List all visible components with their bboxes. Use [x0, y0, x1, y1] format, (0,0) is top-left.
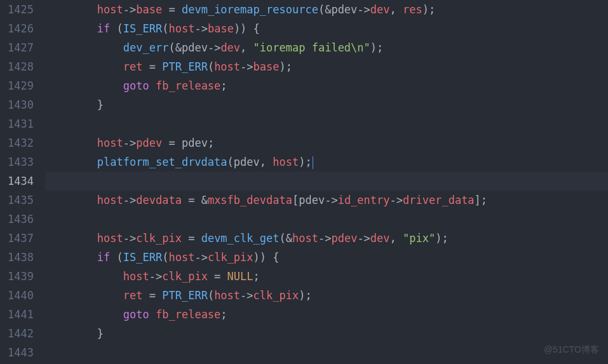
token-mem: base — [136, 3, 162, 16]
code-line[interactable]: ret = PTR_ERR(host->base); — [45, 57, 608, 76]
token-op: )) { — [253, 251, 280, 264]
token-var: host — [214, 60, 240, 73]
code-line[interactable]: host->devdata = &mxsfb_devdata[pdev->id_… — [45, 191, 608, 210]
code-line[interactable]: host->clk_pix = devm_clk_get(&host->pdev… — [45, 229, 608, 248]
token-mem: clk_pix — [162, 270, 208, 283]
line-number: 1436 — [8, 210, 34, 229]
token-op: = — [162, 137, 182, 149]
token-op: = — [143, 289, 163, 302]
code-line[interactable]: if (IS_ERR(host->clk_pix)) { — [45, 248, 608, 267]
token-op: , — [390, 3, 403, 16]
token-op: [ — [292, 194, 299, 206]
code-line[interactable] — [45, 343, 608, 362]
line-number: 1432 — [8, 133, 34, 152]
line-number-gutter: 1425142614271428142914301431143214331434… — [0, 0, 45, 364]
watermark-label: @51CTO博客 — [544, 340, 599, 359]
code-line[interactable] — [45, 210, 608, 229]
line-number: 1438 — [8, 248, 34, 267]
token-op: ; — [253, 270, 260, 283]
code-line[interactable]: goto fb_release; — [45, 76, 608, 95]
token-parlight: pdev — [331, 3, 357, 16]
line-number: 1443 — [8, 343, 34, 362]
code-line[interactable]: host->clk_pix = NULL; — [45, 267, 608, 286]
line-number: 1429 — [8, 76, 34, 95]
token-op: ( — [168, 41, 175, 54]
code-line[interactable] — [45, 114, 608, 133]
token-fn: IS_ERR — [123, 22, 162, 35]
token-var: host — [123, 270, 149, 283]
token-mem: driver_data — [403, 194, 475, 206]
token-op: = — [182, 232, 201, 245]
token-op: -> — [390, 194, 403, 206]
token-var: host — [97, 232, 123, 245]
token-parlight: pdev — [299, 194, 325, 206]
code-area[interactable]: host->base = devm_ioremap_resource(&pdev… — [45, 0, 608, 364]
line-number: 1433 — [8, 152, 34, 172]
token-var: fb_release — [156, 79, 220, 92]
token-mem: base — [253, 60, 280, 73]
code-line[interactable]: host->base = devm_ioremap_resource(&pdev… — [45, 0, 608, 19]
token-op: -> — [357, 3, 370, 16]
token-op: ( — [318, 3, 325, 16]
token-op: = — [162, 3, 182, 16]
token-op: -> — [123, 137, 136, 149]
token-var: host — [168, 22, 194, 35]
line-number: 1442 — [8, 324, 34, 343]
token-fn: devm_ioremap_resource — [182, 3, 318, 16]
token-op: ( — [227, 156, 234, 168]
token-op: ); — [280, 60, 292, 73]
token-op: = — [143, 60, 163, 73]
line-number: 1431 — [8, 114, 34, 133]
token-op: ); — [370, 41, 383, 54]
token-op: -> — [123, 194, 136, 206]
token-var: host — [214, 289, 240, 302]
token-op — [149, 79, 156, 92]
token-op — [149, 308, 156, 321]
code-line[interactable] — [45, 172, 608, 191]
token-kw: goto — [123, 79, 149, 92]
token-op: ( — [110, 251, 123, 264]
token-op: , — [390, 232, 403, 245]
text-cursor — [313, 156, 313, 169]
token-op: ; — [220, 308, 227, 321]
token-op: } — [97, 98, 104, 111]
code-line[interactable]: ret = PTR_ERR(host->clk_pix); — [45, 286, 608, 305]
token-mem: id_entry — [338, 194, 390, 206]
token-mem: pdev — [331, 232, 357, 245]
token-op: & — [325, 3, 331, 16]
token-str: "pix" — [403, 232, 435, 245]
code-line[interactable]: platform_set_drvdata(pdev, host); — [45, 152, 608, 172]
line-number: 1434 — [8, 172, 34, 191]
token-var: host — [273, 156, 299, 168]
line-number: 1435 — [8, 191, 34, 210]
token-op: ; — [208, 137, 214, 149]
token-op: , — [240, 41, 253, 54]
token-op: -> — [194, 251, 207, 264]
code-line[interactable]: host->pdev = pdev; — [45, 133, 608, 152]
line-number: 1441 — [8, 305, 34, 324]
token-op: = — [208, 270, 227, 283]
token-op: = & — [182, 194, 208, 206]
code-line[interactable]: } — [45, 324, 608, 343]
token-op: -> — [149, 270, 162, 283]
token-op: & — [286, 232, 292, 245]
code-line[interactable]: goto fb_release; — [45, 305, 608, 324]
token-kw: if — [97, 251, 110, 264]
token-mem: clk_pix — [253, 289, 299, 302]
token-fn: platform_set_drvdata — [97, 156, 227, 168]
line-number: 1430 — [8, 95, 34, 114]
token-mem: clk_pix — [208, 251, 253, 264]
line-number: 1437 — [8, 229, 34, 248]
token-mem: devdata — [136, 194, 182, 206]
token-op: & — [175, 41, 182, 54]
code-line[interactable]: } — [45, 95, 608, 114]
code-editor[interactable]: 1425142614271428142914301431143214331434… — [0, 0, 608, 364]
token-op: } — [97, 327, 104, 340]
code-line[interactable]: dev_err(&pdev->dev, "ioremap failed\n"); — [45, 38, 608, 57]
token-var: ret — [123, 289, 143, 302]
token-var: host — [97, 3, 123, 16]
token-var: ret — [123, 60, 143, 73]
token-op: ); — [299, 156, 311, 168]
code-line[interactable]: if (IS_ERR(host->base)) { — [45, 19, 608, 38]
token-fn: IS_ERR — [123, 251, 162, 264]
